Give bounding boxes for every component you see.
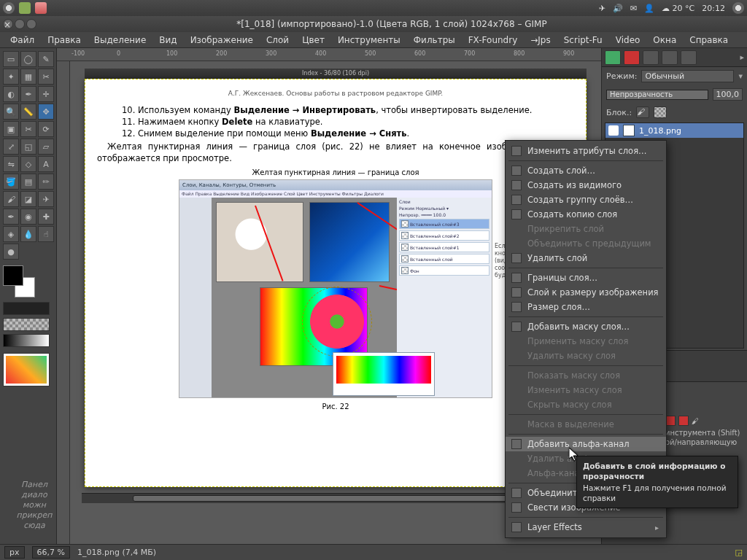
ctx-item-4[interactable]: Создать группу слоёв… bbox=[506, 192, 666, 207]
doc-author: А.Г. Жексенаев. Основы работы в растрово… bbox=[97, 90, 574, 97]
menu-scriptfu[interactable]: Script-Fu bbox=[558, 34, 608, 47]
tool-paths[interactable]: ✒ bbox=[20, 86, 36, 102]
menu-file[interactable]: Файл bbox=[4, 34, 40, 47]
tool-brush[interactable]: 🖌 bbox=[3, 191, 19, 207]
tool-text[interactable]: A bbox=[38, 156, 54, 172]
tab-paths[interactable] bbox=[643, 50, 659, 65]
ruler-horizontal[interactable]: -100 0 100 200 300 400 500 600 700 800 9… bbox=[57, 48, 601, 61]
tool-rotate[interactable]: ⟳ bbox=[38, 121, 54, 137]
ctx-item-2[interactable]: Создать слой… bbox=[506, 163, 666, 178]
ctx-item-5[interactable]: Создать копию слоя bbox=[506, 207, 666, 222]
eye-icon[interactable] bbox=[608, 125, 619, 136]
menu-view[interactable]: Вид bbox=[153, 34, 182, 47]
lock-pixels[interactable]: 🖌 bbox=[636, 106, 649, 118]
ctx-item-24[interactable]: Добавить альфа-канал bbox=[506, 437, 666, 451]
tool-move[interactable]: ✥ bbox=[38, 104, 54, 120]
ctx-item-10[interactable]: Границы слоя… bbox=[506, 271, 666, 285]
tool-cage[interactable]: ◇ bbox=[20, 156, 36, 172]
layer-name: 1_018.png bbox=[639, 126, 681, 136]
unit-field[interactable]: px bbox=[4, 546, 25, 559]
mode-select[interactable]: Обычный bbox=[641, 70, 734, 82]
volume-icon[interactable]: 🔊 bbox=[613, 4, 623, 13]
ctx-item-14[interactable]: Добавить маску слоя… bbox=[506, 319, 666, 334]
maximize-button[interactable] bbox=[26, 19, 36, 29]
power-icon[interactable] bbox=[732, 2, 744, 14]
tool-airbrush[interactable]: ✈ bbox=[38, 191, 54, 207]
tool-flip[interactable]: ⇋ bbox=[3, 156, 19, 172]
tool-fuzzy-select[interactable]: ✦ bbox=[3, 69, 19, 85]
tab-undo[interactable] bbox=[662, 50, 678, 65]
menu-select[interactable]: Выделение bbox=[88, 34, 152, 47]
ctx-item-label: Показать маску слоя bbox=[527, 370, 620, 381]
menu-filters[interactable]: Фильтры bbox=[408, 34, 461, 47]
menu-jps[interactable]: →Jps bbox=[525, 34, 556, 47]
tab-layers[interactable] bbox=[605, 50, 621, 65]
opacity-value[interactable]: 100,0 bbox=[713, 88, 743, 101]
tool-smudge[interactable]: ☝ bbox=[38, 226, 54, 242]
tool-dodge[interactable]: ● bbox=[3, 244, 19, 260]
layer-row[interactable]: 1_018.png bbox=[605, 123, 743, 138]
gradient-swatch[interactable] bbox=[3, 334, 50, 347]
tab-channels[interactable] bbox=[624, 50, 640, 65]
activities-icon[interactable] bbox=[3, 2, 15, 14]
tool-measure[interactable]: 📏 bbox=[20, 104, 36, 120]
mail-icon[interactable]: ✉ bbox=[630, 4, 637, 13]
tool-ink[interactable]: ✒ bbox=[3, 209, 19, 225]
tool-scissors[interactable]: ✂ bbox=[38, 69, 54, 85]
app-icon-2[interactable] bbox=[35, 2, 47, 14]
fg-color[interactable] bbox=[3, 265, 23, 286]
ctx-item-11[interactable]: Слой к размеру изображения bbox=[506, 285, 666, 300]
upload-icon[interactable]: ✈ bbox=[599, 4, 605, 13]
menu-video[interactable]: Video bbox=[610, 34, 646, 47]
color-swatches[interactable] bbox=[3, 265, 35, 298]
menu-image[interactable]: Изображение bbox=[185, 34, 259, 47]
tool-bucket[interactable]: 🪣 bbox=[3, 174, 19, 190]
tool-blur[interactable]: 💧 bbox=[20, 226, 36, 242]
tool-heal[interactable]: ✚ bbox=[38, 209, 54, 225]
tool-pencil[interactable]: ✏ bbox=[38, 174, 54, 190]
tool-blend[interactable]: ▤ bbox=[20, 174, 36, 190]
ctx-item-0[interactable]: Изменить атрибуты слоя… bbox=[506, 144, 666, 158]
tool-by-color[interactable]: ▦ bbox=[20, 69, 36, 85]
ruler-vertical[interactable] bbox=[57, 61, 70, 544]
tool-rect-select[interactable]: ▭ bbox=[3, 51, 19, 67]
menu-windows[interactable]: Окна bbox=[647, 34, 682, 47]
menu-edit[interactable]: Правка bbox=[42, 34, 87, 47]
tool-clone[interactable]: ◉ bbox=[20, 209, 36, 225]
ctx-item-31[interactable]: Layer Effects▸ bbox=[506, 520, 666, 534]
user-icon[interactable]: 👤 bbox=[644, 4, 654, 13]
tool-eraser[interactable]: ◪ bbox=[20, 191, 36, 207]
menu-layer[interactable]: Слой bbox=[260, 34, 295, 47]
opacity-slider[interactable]: Непрозрачность bbox=[606, 90, 708, 100]
brush-swatch[interactable] bbox=[3, 302, 50, 315]
minimize-button[interactable] bbox=[15, 19, 25, 29]
close-button[interactable]: × bbox=[3, 19, 13, 29]
tool-free-select[interactable]: ✎ bbox=[38, 51, 54, 67]
ctx-item-8[interactable]: Удалить слой bbox=[506, 251, 666, 265]
tool-perspective[interactable]: ▱ bbox=[38, 139, 54, 155]
zoom-field[interactable]: 66,7 % bbox=[32, 546, 70, 559]
tool-zoom[interactable]: 🔍 bbox=[3, 104, 19, 120]
app-icon-1[interactable] bbox=[19, 2, 31, 14]
ctx-item-3[interactable]: Создать из видимого bbox=[506, 178, 666, 192]
tool-align[interactable]: ▣ bbox=[3, 121, 19, 137]
tool-foreground[interactable]: ◐ bbox=[3, 86, 19, 102]
pattern-swatch[interactable] bbox=[3, 318, 50, 331]
menu-tools[interactable]: Инструменты bbox=[332, 34, 406, 47]
tool-ellipse-select[interactable]: ◯ bbox=[20, 51, 36, 67]
tool-perspective-clone[interactable]: ◈ bbox=[3, 226, 19, 242]
tool-scale[interactable]: ⤢ bbox=[3, 139, 19, 155]
nav-icon[interactable]: ◲ bbox=[735, 548, 743, 557]
tool-crop[interactable]: ✂ bbox=[20, 121, 36, 137]
menu-fxfoundry[interactable]: FX-Foundry bbox=[462, 34, 524, 47]
tool-color-picker[interactable]: ✛ bbox=[38, 86, 54, 102]
menu-color[interactable]: Цвет bbox=[296, 34, 330, 47]
ctx-item-label: Создать группу слоёв… bbox=[527, 195, 633, 205]
tab-brush[interactable] bbox=[681, 50, 697, 65]
tool-shear[interactable]: ◱ bbox=[20, 139, 36, 155]
menu-help[interactable]: Справка bbox=[684, 34, 734, 47]
lock-alpha[interactable] bbox=[654, 106, 667, 118]
ctx-item-12[interactable]: Размер слоя… bbox=[506, 300, 666, 314]
dock-menu-icon[interactable]: ▸ bbox=[740, 52, 744, 62]
image-thumb[interactable] bbox=[3, 353, 50, 386]
